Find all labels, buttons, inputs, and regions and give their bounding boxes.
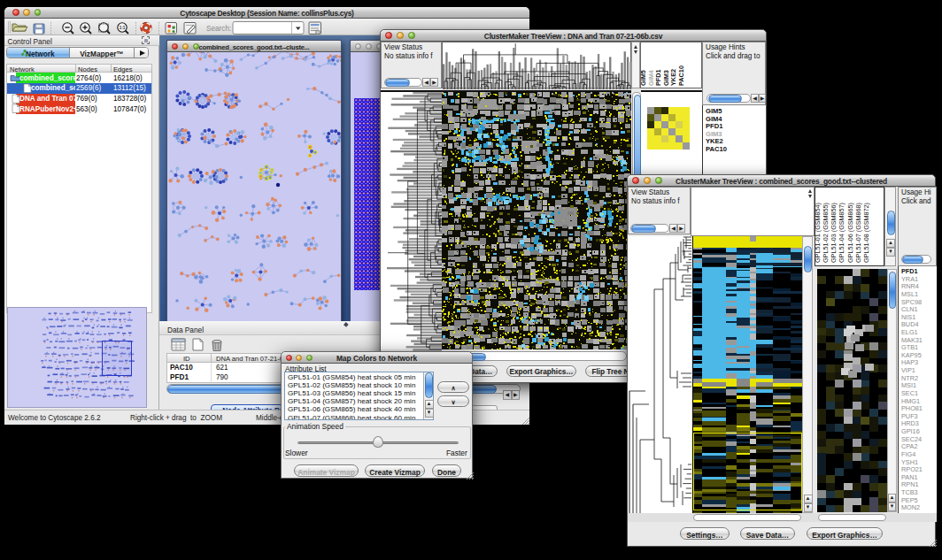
svg-text:Search:: Search: (206, 25, 231, 33)
svg-text:1:1: 1:1 (120, 26, 126, 30)
